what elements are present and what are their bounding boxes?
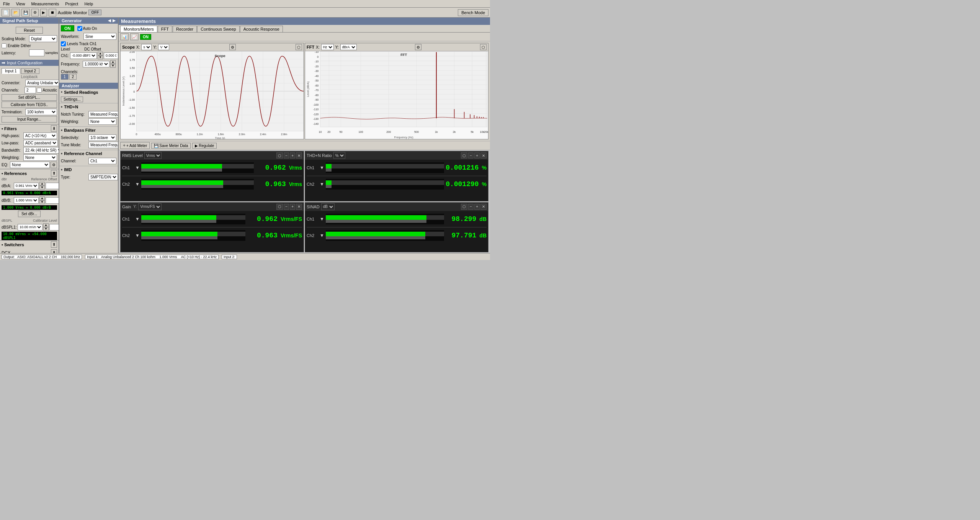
input1-tab[interactable]: Input 1 [2, 68, 20, 74]
ch-btn-2[interactable]: 2 [69, 74, 77, 80]
levels-track-checkbox[interactable] [61, 41, 66, 46]
gain-plus-btn[interactable]: + [290, 204, 295, 210]
dbra-up[interactable]: ▲ [39, 182, 45, 186]
input2-tab[interactable]: Input 2 [21, 68, 40, 74]
enable-dither-checkbox[interactable] [2, 43, 7, 48]
fft-y-select[interactable]: dBrA [340, 44, 357, 50]
set-dbspl-btn[interactable]: Set dBSPL... [2, 94, 57, 101]
ch1-level-select[interactable]: -0.000 dBFS [70, 52, 97, 59]
rms-expand-btn[interactable]: ⬡ [276, 152, 283, 159]
settings-btn[interactable]: ⚙ [31, 9, 39, 16]
thdn-unit-select[interactable]: % [333, 152, 345, 159]
reset-button[interactable]: Reset [16, 27, 43, 34]
rms-ch2-arrow[interactable]: ▼ [135, 182, 140, 187]
thdn-expand-btn[interactable]: ⬡ [461, 152, 467, 159]
levels-track-check[interactable]: Levels Track Ch1 [61, 41, 116, 46]
eq-select[interactable]: None [10, 162, 50, 168]
scaling-mode-select[interactable]: Digital [29, 35, 57, 42]
dbra-select[interactable]: 0.961 Vrms [14, 183, 39, 189]
weighting-analyzer-select[interactable]: None [88, 118, 116, 125]
thdn-plus-btn[interactable]: + [474, 152, 480, 159]
sinad-expand-btn[interactable]: ⬡ [461, 204, 467, 210]
enable-dither-check[interactable]: Enable Dither [2, 43, 57, 48]
switchers-expand-btn[interactable]: ⬆ [51, 241, 57, 248]
open-btn[interactable]: 📂 [11, 9, 20, 16]
analyzer-settings-btn[interactable]: Settings... [61, 96, 83, 102]
rms-close-btn[interactable]: ✕ [296, 152, 302, 159]
menu-file[interactable]: File [0, 1, 13, 7]
notch-select[interactable]: Measured Frequency [88, 111, 119, 118]
sinad-unit-select[interactable]: dB [321, 203, 335, 210]
run-btn[interactable]: ▶ [40, 9, 47, 16]
regulate-btn[interactable]: ▶ Regulate [192, 143, 217, 149]
lowpass-select[interactable]: ADC passband [23, 140, 58, 146]
bench-mode-button[interactable]: Bench Mode [458, 9, 488, 16]
freq-select[interactable]: 1.00000 kHz [83, 61, 109, 67]
tab-recorder[interactable]: Recorder [173, 26, 197, 32]
sinad-ch1-arrow[interactable]: ▼ [320, 216, 324, 222]
dbrb-up[interactable]: ▲ [39, 196, 45, 200]
selectivity-select[interactable]: 1/3 octave [88, 134, 116, 141]
meas-toolbar-icon1[interactable]: 📊 [120, 33, 129, 40]
freq-up[interactable]: ▲ [110, 60, 116, 64]
filters-expand-btn[interactable]: ⬇ [51, 125, 57, 132]
audible-monitor-toggle[interactable]: OFF [88, 10, 101, 15]
save-meter-btn[interactable]: 💾 Save Meter Data [151, 143, 191, 149]
thdn-ch2-arrow[interactable]: ▼ [320, 182, 324, 187]
fft-expand-btn[interactable]: ⬡ [480, 44, 487, 50]
highpass-select[interactable]: AC (<10 Hz) [23, 132, 57, 139]
new-btn[interactable]: 📄 [2, 9, 10, 16]
thdn-close-btn[interactable]: ✕ [480, 152, 487, 159]
scope-expand-btn[interactable]: ⬡ [296, 44, 302, 50]
references-expand-btn[interactable]: ⬆ [51, 170, 57, 177]
menu-help[interactable]: Help [81, 1, 96, 7]
sinad-plus-btn[interactable]: + [474, 204, 480, 210]
add-meter-btn[interactable]: + + Add Meter [120, 142, 150, 149]
meas-on-btn[interactable]: ON [140, 34, 151, 40]
rms-minus-btn[interactable]: − [284, 152, 289, 159]
acoustic-checkbox[interactable] [37, 88, 42, 93]
freq-down[interactable]: ▼ [110, 64, 116, 68]
gain-ch1-arrow[interactable]: ▼ [135, 216, 140, 222]
acoustic-check[interactable]: Acoustic [37, 88, 57, 93]
sinad-close-btn[interactable]: ✕ [480, 204, 487, 210]
input-range-btn[interactable]: Input Range... [2, 116, 57, 123]
scope-settings-btn[interactable]: ⚙ [229, 44, 236, 50]
dbspl1-up[interactable]: ▲ [43, 223, 49, 227]
ch1-up[interactable]: ▲ [98, 52, 103, 56]
eq-settings-btn[interactable]: ⚙ [51, 162, 57, 168]
menu-view[interactable]: View [13, 1, 28, 7]
dbrb-select[interactable]: 1.000 Vrms [14, 197, 39, 204]
set-dbr-button[interactable]: Set dBr... [18, 211, 41, 217]
gain-close-btn[interactable]: ✕ [296, 204, 302, 210]
imd-type-select[interactable]: SMPTE/DIN [88, 174, 118, 180]
dbrb-down[interactable]: ▼ [39, 200, 45, 204]
ch1-down[interactable]: ▼ [98, 56, 103, 59]
gen-on-button[interactable]: ON [61, 25, 74, 31]
tab-continuous-sweep[interactable]: Continuous Sweep [197, 26, 239, 32]
ch1-dc-select[interactable]: 0.000 D [104, 52, 119, 59]
rms-ch1-arrow[interactable]: ▼ [135, 165, 140, 170]
gain-ch2-arrow[interactable]: ▼ [135, 233, 140, 238]
channels-spinner[interactable] [24, 87, 36, 93]
stop-btn[interactable]: ⏹ [49, 9, 56, 16]
termination-select[interactable]: 100 kohm [25, 109, 57, 115]
auto-on-checkbox[interactable] [77, 26, 82, 31]
tab-monitors-meters[interactable]: Monitors/Meters [120, 26, 157, 32]
latency-input[interactable]: 2240 [29, 49, 44, 56]
waveform-select[interactable]: Sine [83, 33, 116, 40]
dbspl1-select[interactable]: 10.00 mVrms [18, 224, 42, 231]
menu-project[interactable]: Project [62, 1, 81, 7]
thdn-ch1-arrow[interactable]: ▼ [320, 165, 324, 170]
dbspl1-cal-input[interactable]: 94.000 dBSPL [49, 224, 59, 231]
tab-acoustic-response[interactable]: Acoustic Response [240, 26, 283, 32]
tab-fft[interactable]: FFT [158, 26, 172, 32]
save-btn[interactable]: 💾 [21, 9, 30, 16]
calibrate-teds-btn[interactable]: Calibrate from TEDS.. [2, 101, 57, 108]
dbspl1-down[interactable]: ▼ [43, 227, 49, 231]
ch-btn-1[interactable]: 1 [61, 74, 69, 80]
scope-x-select[interactable]: s [141, 44, 152, 50]
gen-collapse-btn[interactable]: ◀ [108, 18, 111, 23]
auto-on-check[interactable]: Auto On [77, 26, 97, 31]
connector-select[interactable]: Analog Unbalanced [25, 80, 59, 86]
